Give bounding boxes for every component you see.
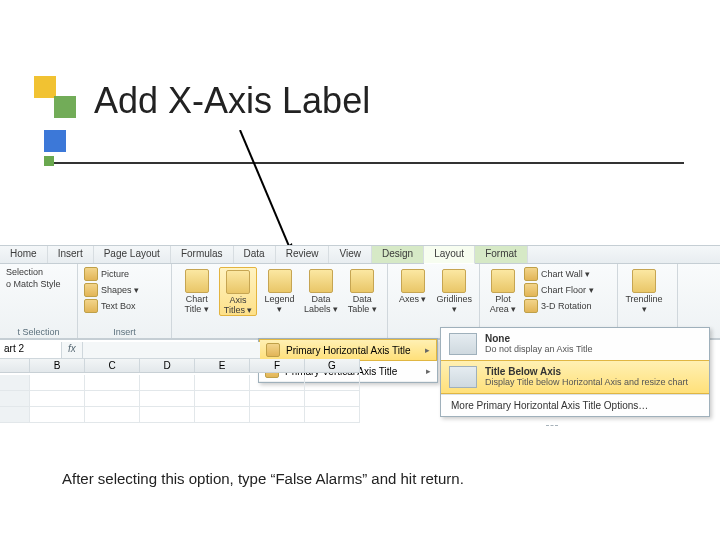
rotation-3d-icon [524, 299, 538, 313]
deco-square-blue [44, 130, 66, 152]
column-headers: B C D E F G [0, 359, 360, 373]
slide-title: Add X-Axis Label [94, 80, 370, 122]
chart-wall-button[interactable]: Chart Wall ▾ [524, 267, 590, 281]
ribbon-tabs: Home Insert Page Layout Formulas Data Re… [0, 246, 720, 264]
option-below-title: Title Below Axis [485, 366, 688, 377]
worksheet-grid[interactable] [0, 375, 360, 423]
insert-textbox-button[interactable]: Text Box [84, 299, 136, 313]
group-label-insert: Insert [78, 327, 171, 337]
group-labels: Chart Title ▾ Axis Titles ▾ Legend ▾ Dat… [172, 264, 388, 338]
axis-titles-label: Axis Titles ▾ [220, 295, 256, 315]
below-axis-thumb-icon [449, 366, 477, 388]
col-header-b[interactable]: B [30, 359, 85, 372]
slide-decoration [34, 76, 84, 166]
picture-icon [84, 267, 98, 281]
title-bullet [44, 156, 54, 166]
fx-label[interactable]: fx [62, 342, 83, 358]
chart-title-label: Chart Title ▾ [178, 294, 215, 314]
svg-line-0 [240, 130, 294, 258]
tab-view[interactable]: View [329, 246, 372, 263]
tab-insert[interactable]: Insert [48, 246, 94, 263]
gridlines-icon [442, 269, 466, 293]
col-header-g[interactable]: G [305, 359, 360, 372]
axes-label: Axes ▾ [399, 294, 427, 304]
trendline-label: Trendline ▾ [624, 294, 664, 314]
plot-area-button[interactable]: Plot Area ▾ [486, 267, 520, 314]
chart-floor-icon [524, 283, 538, 297]
textbox-icon [84, 299, 98, 313]
excel-ribbon: Home Insert Page Layout Formulas Data Re… [0, 245, 720, 340]
chart-title-button[interactable]: Chart Title ▾ [178, 267, 215, 316]
data-labels-label: Data Labels ▾ [302, 294, 339, 314]
trendline-button[interactable]: Trendline ▾ [624, 267, 664, 314]
gridlines-label: Gridlines ▾ [436, 294, 474, 314]
reset-match-style[interactable]: o Match Style [6, 279, 61, 289]
horizontal-axis-title-submenu: None Do not display an Axis Title Title … [440, 327, 710, 417]
menu-horizontal-label: Primary Horizontal Axis Title [286, 345, 410, 356]
chart-wall-icon [524, 267, 538, 281]
option-none-title: None [485, 333, 593, 344]
option-below-desc: Display Title below Horizontal Axis and … [485, 377, 688, 388]
option-none-desc: Do not display an Axis Title [485, 344, 593, 355]
title-underline [44, 162, 684, 164]
tab-home[interactable]: Home [0, 246, 48, 263]
tab-formulas[interactable]: Formulas [171, 246, 234, 263]
col-header-d[interactable]: D [140, 359, 195, 372]
data-labels-icon [309, 269, 333, 293]
tab-format[interactable]: Format [475, 246, 528, 263]
axis-titles-icon [226, 270, 250, 294]
data-labels-button[interactable]: Data Labels ▾ [302, 267, 339, 316]
data-table-label: Data Table ▾ [344, 294, 381, 314]
tab-design[interactable]: Design [372, 246, 424, 263]
plot-area-label: Plot Area ▾ [486, 294, 520, 314]
data-table-icon [350, 269, 374, 293]
slide-caption: After selecting this option, type “False… [62, 470, 464, 487]
plot-area-icon [491, 269, 515, 293]
chart-floor-button[interactable]: Chart Floor ▾ [524, 283, 594, 297]
col-header-c[interactable]: C [85, 359, 140, 372]
group-current-selection: Selection o Match Style t Selection [0, 264, 78, 338]
tab-review[interactable]: Review [276, 246, 330, 263]
name-box[interactable]: art 2 [0, 342, 62, 358]
option-title-below-axis[interactable]: Title Below Axis Display Title below Hor… [441, 360, 709, 394]
none-thumb-icon [449, 333, 477, 355]
tab-page-layout[interactable]: Page Layout [94, 246, 171, 263]
shapes-icon [84, 283, 98, 297]
gridlines-button[interactable]: Gridlines ▾ [436, 267, 474, 314]
insert-picture-button[interactable]: Picture [84, 267, 129, 281]
option-more-horizontal-axis-title[interactable]: More Primary Horizontal Axis Title Optio… [441, 394, 709, 416]
axes-icon [401, 269, 425, 293]
chart-title-icon [185, 269, 209, 293]
legend-button[interactable]: Legend ▾ [261, 267, 298, 316]
option-none[interactable]: None Do not display an Axis Title [441, 328, 709, 360]
col-header-f[interactable]: F [250, 359, 305, 372]
deco-square-green [54, 96, 76, 118]
axes-button[interactable]: Axes ▾ [394, 267, 432, 314]
deco-square-yellow [34, 76, 56, 98]
horizontal-axis-icon [266, 343, 280, 357]
submenu-arrow-icon: ▸ [425, 345, 430, 355]
tab-layout[interactable]: Layout [424, 246, 475, 264]
chart-elements-selector[interactable]: Selection [6, 267, 43, 277]
menu-resize-dots [546, 425, 558, 426]
axis-titles-button[interactable]: Axis Titles ▾ [219, 267, 257, 316]
menu-primary-horizontal-axis-title[interactable]: Primary Horizontal Axis Title ▸ [259, 339, 437, 361]
tab-data[interactable]: Data [234, 246, 276, 263]
submenu-arrow-icon: ▸ [426, 366, 431, 376]
trendline-icon [632, 269, 656, 293]
insert-picture-label: Picture [101, 269, 129, 279]
insert-shapes-button[interactable]: Shapes ▾ [84, 283, 139, 297]
insert-shapes-label: Shapes ▾ [101, 285, 139, 295]
legend-label: Legend ▾ [261, 294, 298, 314]
chart-floor-label: Chart Floor ▾ [541, 285, 594, 295]
chart-wall-label: Chart Wall ▾ [541, 269, 590, 279]
rotation-3d-button[interactable]: 3-D Rotation [524, 299, 592, 313]
formula-bar: art 2 fx [0, 342, 260, 359]
group-label-selection: t Selection [0, 327, 77, 337]
rotation-3d-label: 3-D Rotation [541, 301, 592, 311]
insert-textbox-label: Text Box [101, 301, 136, 311]
col-header-e[interactable]: E [195, 359, 250, 372]
select-all-corner[interactable] [0, 359, 30, 372]
data-table-button[interactable]: Data Table ▾ [344, 267, 381, 316]
legend-icon [268, 269, 292, 293]
